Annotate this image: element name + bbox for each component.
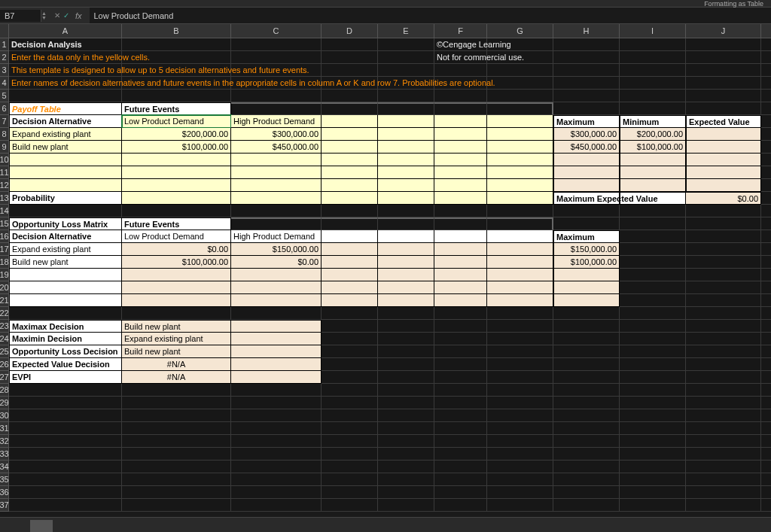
cell-A36[interactable] xyxy=(9,486,122,499)
cell-B36[interactable] xyxy=(122,486,231,499)
col-header-E[interactable]: E xyxy=(378,24,434,38)
cell-K8[interactable] xyxy=(761,128,771,141)
row-header-33[interactable]: 33 xyxy=(0,448,9,461)
cell-F31[interactable] xyxy=(434,422,487,435)
row-header-31[interactable]: 31 xyxy=(0,422,9,435)
cell-C9[interactable]: $450,000.00 xyxy=(231,141,322,154)
row-header-19[interactable]: 19 xyxy=(0,269,9,281)
cell-J34[interactable] xyxy=(686,461,761,473)
cell-B22[interactable] xyxy=(122,307,231,320)
cell-D27[interactable] xyxy=(322,371,378,384)
cell-A19[interactable] xyxy=(9,269,122,281)
name-box[interactable]: B7 xyxy=(0,10,41,22)
cell-G31[interactable] xyxy=(487,422,553,435)
cell-C8[interactable]: $300,000.00 xyxy=(231,128,322,141)
cell-I28[interactable] xyxy=(620,384,686,397)
cell-H17[interactable]: $150,000.00 xyxy=(553,243,620,256)
formula-input[interactable]: Low Product Demand xyxy=(90,8,772,23)
cell-D30[interactable] xyxy=(322,409,378,422)
cell-D31[interactable] xyxy=(322,422,378,435)
cell-E24[interactable] xyxy=(378,333,434,345)
cell-J17[interactable] xyxy=(686,243,761,256)
cell-E6[interactable] xyxy=(378,102,434,115)
confirm-icon[interactable]: ✓ xyxy=(63,11,69,20)
cell-I37[interactable] xyxy=(620,499,686,512)
cell-E11[interactable] xyxy=(378,166,434,179)
col-header-I[interactable]: I xyxy=(620,24,686,38)
cell-J20[interactable] xyxy=(686,281,761,294)
cell-C35[interactable] xyxy=(231,473,322,486)
cell-H8[interactable]: $300,000.00 xyxy=(553,128,620,141)
cell-C17[interactable]: $150,000.00 xyxy=(231,243,322,256)
cell-I11[interactable] xyxy=(620,166,686,179)
row-header-20[interactable]: 20 xyxy=(0,281,9,294)
cell-C13[interactable] xyxy=(231,192,322,205)
cell-F20[interactable] xyxy=(434,281,487,294)
cell-C7[interactable]: High Product Demand xyxy=(231,115,322,128)
corner[interactable] xyxy=(0,24,9,38)
cell-A9[interactable]: Build new plant xyxy=(9,141,122,154)
cell-K4[interactable] xyxy=(761,77,771,90)
cell-G37[interactable] xyxy=(487,499,553,512)
cell-K27[interactable] xyxy=(761,371,771,384)
cell-K23[interactable] xyxy=(761,320,771,333)
cell-D24[interactable] xyxy=(322,333,378,345)
cell-E30[interactable] xyxy=(378,409,434,422)
cell-B18[interactable]: $100,000.00 xyxy=(122,256,231,269)
cell-E10[interactable] xyxy=(378,154,434,166)
cell-H30[interactable] xyxy=(553,409,620,422)
row-header-26[interactable]: 26 xyxy=(0,358,9,371)
cell-H4[interactable] xyxy=(553,77,620,90)
cell-K24[interactable] xyxy=(761,333,771,345)
cell-A17[interactable]: Expand existing plant xyxy=(9,243,122,256)
cell-K17[interactable] xyxy=(761,243,771,256)
cell-C20[interactable] xyxy=(231,281,322,294)
cell-D10[interactable] xyxy=(322,154,378,166)
cell-H2[interactable] xyxy=(553,51,620,64)
row-header-1[interactable]: 1 xyxy=(0,38,9,51)
cell-B15[interactable]: Future Events xyxy=(122,217,231,230)
cell-B1[interactable] xyxy=(122,38,231,51)
cell-C34[interactable] xyxy=(231,461,322,473)
cell-F30[interactable] xyxy=(434,409,487,422)
cell-G9[interactable] xyxy=(487,141,553,154)
cell-E8[interactable] xyxy=(378,128,434,141)
cell-H28[interactable] xyxy=(553,384,620,397)
cell-B31[interactable] xyxy=(122,422,231,435)
cell-G10[interactable] xyxy=(487,154,553,166)
cell-F8[interactable] xyxy=(434,128,487,141)
cell-E21[interactable] xyxy=(378,294,434,307)
cell-K26[interactable] xyxy=(761,358,771,371)
row-header-9[interactable]: 9 xyxy=(0,141,9,154)
cell-G11[interactable] xyxy=(487,166,553,179)
cell-K20[interactable] xyxy=(761,281,771,294)
row-header-18[interactable]: 18 xyxy=(0,256,9,269)
cell-F23[interactable] xyxy=(434,320,487,333)
cell-H33[interactable] xyxy=(553,448,620,461)
cell-I6[interactable] xyxy=(620,102,686,115)
row-header-25[interactable]: 25 xyxy=(0,345,9,358)
cell-I15[interactable] xyxy=(620,217,686,230)
cell-D18[interactable] xyxy=(322,256,378,269)
cell-G12[interactable] xyxy=(487,179,553,192)
cell-K32[interactable] xyxy=(761,435,771,448)
cell-F18[interactable] xyxy=(434,256,487,269)
cell-C32[interactable] xyxy=(231,435,322,448)
cell-J9[interactable] xyxy=(686,141,761,154)
cell-F15[interactable] xyxy=(434,217,487,230)
cell-F35[interactable] xyxy=(434,473,487,486)
cell-K18[interactable] xyxy=(761,256,771,269)
cell-H27[interactable] xyxy=(553,371,620,384)
cell-B33[interactable] xyxy=(122,448,231,461)
cell-K7[interactable] xyxy=(761,115,771,128)
row-header-12[interactable]: 12 xyxy=(0,179,9,192)
cell-E17[interactable] xyxy=(378,243,434,256)
cell-B21[interactable] xyxy=(122,294,231,307)
cell-K21[interactable] xyxy=(761,294,771,307)
cell-C27[interactable] xyxy=(231,371,322,384)
cell-E25[interactable] xyxy=(378,345,434,358)
cell-D1[interactable] xyxy=(322,38,378,51)
cell-D17[interactable] xyxy=(322,243,378,256)
col-header-H[interactable]: H xyxy=(553,24,620,38)
cancel-icon[interactable]: ✕ xyxy=(54,11,60,20)
